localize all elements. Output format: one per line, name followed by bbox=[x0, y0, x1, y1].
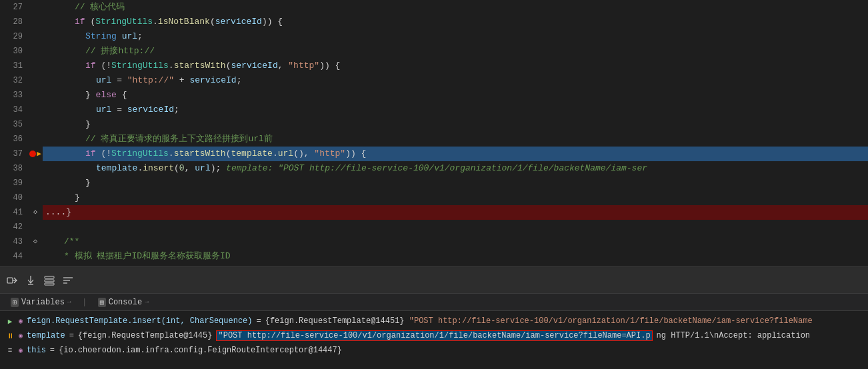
code-editor[interactable]: 27 // 核心代码 28 if (StringUtils.isNotBlank… bbox=[0, 0, 868, 266]
insert-equals: = bbox=[257, 316, 261, 326]
template-value-highlight: "POST http://file-service-100/v1/organiz… bbox=[216, 330, 652, 341]
code-line-30: 30 // 拼接http:// bbox=[0, 44, 868, 59]
this-equals: = bbox=[50, 346, 55, 355]
svg-rect-4 bbox=[45, 280, 54, 282]
template-obj-icon: ◉ bbox=[19, 332, 23, 340]
code-line-41: 41 ◇ ....} bbox=[0, 205, 868, 220]
variables-arrow: → bbox=[67, 298, 71, 306]
template-label: template bbox=[27, 331, 65, 340]
code-line-43: 43 ◇ /** bbox=[0, 234, 868, 249]
code-line-37: 37 ▶ if (!StringUtils.startsWith(templat… bbox=[0, 147, 868, 161]
template-value-prefix: {feign.RequestTemplate@1445} bbox=[78, 331, 213, 340]
this-obj-icon: ◉ bbox=[19, 346, 23, 354]
feign-icon: ◉ bbox=[19, 317, 23, 325]
code-line-42: 42 bbox=[0, 220, 868, 234]
code-line-39: 39 } bbox=[0, 176, 868, 190]
breakpoint-icon bbox=[29, 151, 36, 157]
insert-label: feign.RequestTemplate.insert(int, CharSe… bbox=[27, 316, 252, 326]
debug-panel: ⊞ Variables → | ▤ Console → ▶ ◉ feign.Re… bbox=[0, 293, 868, 369]
bookmark-icon-43: ◇ bbox=[33, 234, 37, 249]
sort-button[interactable] bbox=[61, 274, 75, 287]
code-line-36: 36 // 将真正要请求的服务上下文路径拼接到url前 bbox=[0, 132, 868, 147]
code-line-38: 38 template.insert(0, url); template: "P… bbox=[0, 161, 868, 176]
code-line-29: 29 String url; bbox=[0, 29, 868, 44]
debug-row-template[interactable]: ⏸ ◉ template = {feign.RequestTemplate@14… bbox=[5, 328, 863, 343]
debug-row-insert[interactable]: ▶ ◉ feign.RequestTemplate.insert(int, Ch… bbox=[5, 314, 863, 328]
code-line-27: 27 // 核心代码 bbox=[0, 0, 868, 15]
code-line-40: 40 } bbox=[0, 190, 868, 205]
code-line-33: 33 } else { bbox=[0, 88, 868, 103]
debug-variables-content: ▶ ◉ feign.RequestTemplate.insert(int, Ch… bbox=[0, 311, 868, 360]
insert-value: {feign.RequestTemplate@14451} "POST http… bbox=[265, 316, 813, 326]
code-line-35: 35 } bbox=[0, 117, 868, 132]
debug-row-this[interactable]: ≡ ◉ this = {io.choerodon.iam.infra.confi… bbox=[5, 343, 863, 358]
list-icon: ≡ bbox=[5, 346, 15, 354]
svg-rect-3 bbox=[45, 276, 54, 278]
variables-tab-icon: ⊞ bbox=[11, 298, 19, 307]
current-line-arrow: ▶ bbox=[37, 147, 41, 161]
step-over-button[interactable] bbox=[5, 274, 19, 287]
template-value-suffix: ng HTTP/1.1\nAccept: application bbox=[657, 331, 810, 340]
this-label: this bbox=[27, 346, 46, 355]
tab-variables[interactable]: ⊞ Variables → bbox=[5, 296, 77, 308]
tab-console[interactable]: ▤ Console → bbox=[93, 296, 154, 308]
bookmark-icon-41: ◇ bbox=[33, 205, 37, 220]
debug-toolbar bbox=[0, 266, 868, 293]
tab-console-label: Console bbox=[109, 298, 142, 307]
template-equals: = bbox=[69, 331, 74, 340]
svg-rect-0 bbox=[7, 278, 13, 283]
tab-variables-label: Variables bbox=[21, 298, 65, 307]
this-value: {io.choerodon.iam.infra.config.FeignRout… bbox=[59, 346, 342, 355]
console-arrow: → bbox=[145, 298, 149, 306]
code-line-28: 28 if (StringUtils.isNotBlank(serviceId)… bbox=[0, 15, 868, 29]
editor-container: 27 // 核心代码 28 if (StringUtils.isNotBlank… bbox=[0, 0, 868, 369]
code-line-32: 32 url = "http://" + serviceId; bbox=[0, 73, 868, 88]
svg-rect-5 bbox=[45, 283, 54, 285]
pause-circle-icon: ⏸ bbox=[5, 332, 15, 340]
code-line-31: 31 if (!StringUtils.startsWith(serviceId… bbox=[0, 59, 868, 73]
code-line-44: 44 * 模拟 根据租户ID和服务名称获取服务ID bbox=[0, 249, 868, 264]
frames-button[interactable] bbox=[43, 274, 56, 287]
step-into-button[interactable] bbox=[24, 274, 37, 287]
run-arrow-icon: ▶ bbox=[5, 317, 15, 326]
console-tab-icon: ▤ bbox=[98, 298, 106, 307]
debug-tab-bar: ⊞ Variables → | ▤ Console → bbox=[0, 294, 868, 311]
code-line-34: 34 url = serviceId; bbox=[0, 103, 868, 117]
